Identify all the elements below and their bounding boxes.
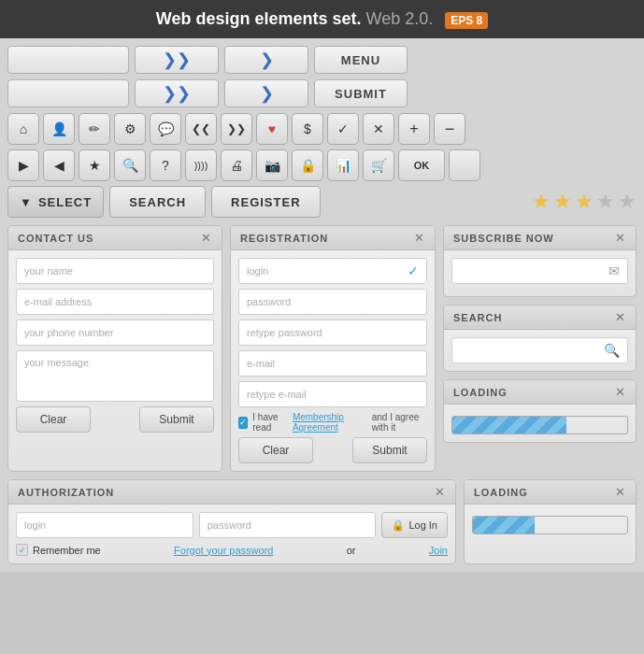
- loading-bar-2: [472, 516, 628, 534]
- menu-button[interactable]: MENU: [314, 46, 408, 74]
- lock-icon-btn[interactable]: 🔒: [292, 149, 323, 181]
- camera-icon-btn[interactable]: 📷: [256, 149, 288, 181]
- submit-button[interactable]: SUBMIT: [314, 79, 408, 107]
- text-input-2[interactable]: [7, 79, 129, 107]
- auth-password-placeholder: password: [208, 519, 251, 531]
- remember-label: Remember me: [33, 545, 101, 556]
- header: Web design elements set. Web 2.0. EPS 8: [0, 0, 644, 38]
- blank-btn[interactable]: [449, 149, 480, 181]
- contact-message-placeholder: your message: [24, 357, 89, 368]
- heart-icon-btn[interactable]: ♥: [256, 113, 288, 145]
- contact-panel-title: CONTACT US: [18, 233, 93, 244]
- contact-email-field[interactable]: e-mail address: [16, 289, 214, 315]
- rss-icon-btn[interactable]: )))): [185, 149, 217, 181]
- play-icon: ▶: [19, 158, 29, 173]
- chat-icon: 💬: [158, 121, 174, 136]
- loading-panel-2: LOADING ✕: [464, 479, 637, 564]
- check-icon-btn[interactable]: ✓: [327, 113, 359, 145]
- contact-submit-btn[interactable]: Submit: [139, 406, 214, 433]
- reg-login-field[interactable]: login ✓: [238, 258, 427, 284]
- contact-panel: CONTACT US ✕ your name e-mail address yo…: [7, 225, 222, 472]
- search-input-field[interactable]: 🔍: [451, 337, 628, 363]
- reg-email-field[interactable]: e-mail: [238, 350, 427, 377]
- star-1[interactable]: ★: [532, 190, 551, 214]
- subscribe-panel-close[interactable]: ✕: [615, 231, 626, 245]
- reg-retype-password-field[interactable]: retype password: [238, 320, 427, 346]
- contact-panel-close[interactable]: ✕: [201, 231, 212, 245]
- subscribe-email-field[interactable]: ✉: [451, 258, 628, 284]
- dropdown-1-icon: ❯❯: [163, 50, 191, 70]
- pencil-icon-btn[interactable]: ✏: [79, 113, 110, 145]
- auth-login-field[interactable]: login: [16, 512, 193, 538]
- loading-panel-2-close[interactable]: ✕: [615, 485, 626, 499]
- star-2[interactable]: ★: [553, 190, 572, 214]
- contact-name-placeholder: your name: [24, 265, 73, 277]
- search-mini-panel-header: SEARCH ✕: [444, 306, 636, 330]
- home-icon-btn[interactable]: ⌂: [7, 113, 39, 145]
- star-3[interactable]: ★: [575, 190, 594, 214]
- cart-icon-btn[interactable]: 🛒: [363, 149, 394, 181]
- reg-password-field[interactable]: password: [238, 289, 427, 315]
- contact-clear-btn[interactable]: Clear: [16, 406, 91, 433]
- search-icon-btn[interactable]: 🔍: [114, 149, 146, 181]
- agreement-link[interactable]: Membership Agreement: [293, 412, 367, 433]
- user-icon: 👤: [51, 121, 67, 136]
- select-button[interactable]: ▼ SELECT: [7, 186, 104, 218]
- gear-icon-btn[interactable]: ⚙: [114, 113, 146, 145]
- chevron-down-icon-btn[interactable]: ❮❮: [185, 113, 217, 145]
- dropdown-4[interactable]: ❯: [224, 79, 308, 107]
- header-title-main: Web design elements set.: [156, 9, 362, 28]
- dollar-icon: $: [304, 121, 311, 136]
- loading-panel-1: LOADING ✕: [443, 379, 637, 443]
- remember-checkbox[interactable]: ✓: [16, 544, 28, 556]
- loading-panel-1-close[interactable]: ✕: [615, 385, 626, 399]
- close-icon-btn[interactable]: ✕: [363, 113, 394, 145]
- auth-password-field[interactable]: password: [199, 512, 377, 538]
- loading-panel-2-header: LOADING ✕: [465, 480, 636, 505]
- header-title-sub: Web 2.0.: [366, 9, 434, 28]
- dollar-icon-btn[interactable]: $: [292, 113, 323, 145]
- contact-phone-placeholder: your phone number: [24, 327, 113, 338]
- register-button[interactable]: REGISTER: [211, 186, 320, 218]
- dropdown-2[interactable]: ❯: [224, 46, 308, 74]
- search-mini-panel-close[interactable]: ✕: [615, 310, 626, 324]
- contact-name-field[interactable]: your name: [16, 258, 214, 284]
- reg-retype-email-field[interactable]: retype e-mail: [238, 381, 427, 407]
- registration-panel-title: REGISTRATION: [240, 233, 328, 244]
- question-icon: ?: [162, 158, 169, 173]
- join-link[interactable]: Join: [429, 545, 448, 556]
- question-icon-btn[interactable]: ?: [150, 149, 181, 181]
- minus-icon-btn[interactable]: −: [434, 113, 465, 145]
- play-icon-btn[interactable]: ▶: [7, 149, 39, 181]
- registration-panel-close[interactable]: ✕: [414, 231, 425, 245]
- reg-clear-btn[interactable]: Clear: [238, 437, 313, 463]
- reg-submit-btn[interactable]: Submit: [352, 437, 427, 463]
- star-icon-btn[interactable]: ★: [79, 149, 110, 181]
- reg-retype-password-placeholder: retype password: [247, 327, 322, 338]
- dropdown-1[interactable]: ❯❯: [135, 46, 219, 74]
- loading-panel-1-title: LOADING: [453, 387, 508, 398]
- ok-btn[interactable]: OK: [398, 149, 445, 181]
- chevron-up-icon-btn[interactable]: ❯❯: [221, 113, 252, 145]
- search-button[interactable]: SEARCH: [109, 186, 206, 218]
- text-input-1[interactable]: [7, 46, 129, 74]
- star-4[interactable]: ★: [596, 190, 615, 214]
- star-5[interactable]: ★: [618, 190, 637, 214]
- check-icon: ✓: [337, 121, 349, 136]
- agreement-checkbox[interactable]: ✓: [238, 417, 248, 429]
- search-label: SEARCH: [129, 195, 186, 209]
- dropdown-3[interactable]: ❯❯: [135, 79, 219, 107]
- forgot-password-link[interactable]: Forgot your password: [174, 545, 273, 556]
- login-button[interactable]: 🔒 Log In: [381, 512, 448, 538]
- back-icon-btn[interactable]: ◀: [43, 149, 75, 181]
- chat-icon-btn[interactable]: 💬: [150, 113, 181, 145]
- contact-message-field[interactable]: your message: [16, 350, 214, 402]
- register-label: REGISTER: [231, 195, 300, 209]
- auth-panel-close[interactable]: ✕: [435, 485, 446, 499]
- print-icon-btn[interactable]: 🖨: [221, 149, 252, 181]
- user-icon-btn[interactable]: 👤: [43, 113, 75, 145]
- lock-icon: 🔒: [300, 158, 316, 173]
- chart-icon-btn[interactable]: 📊: [327, 149, 359, 181]
- contact-phone-field[interactable]: your phone number: [16, 320, 214, 346]
- plus-icon-btn[interactable]: +: [398, 113, 430, 145]
